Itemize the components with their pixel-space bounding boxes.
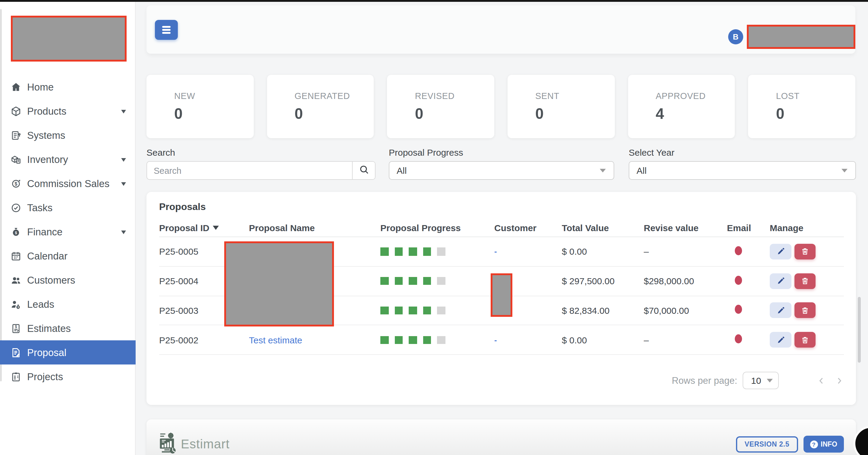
- estimart-logo-icon: [158, 432, 177, 455]
- sidebar-item-label: Leads: [27, 298, 54, 310]
- sidebar-item-home[interactable]: Home: [0, 75, 135, 99]
- chevron-down-icon: [121, 158, 126, 164]
- edit-button[interactable]: [770, 332, 792, 348]
- rows-per-page-select[interactable]: 10: [743, 372, 779, 389]
- projects-icon: [10, 371, 22, 382]
- column-manage: Manage: [770, 222, 844, 233]
- proposals-title: Proposals: [159, 202, 206, 212]
- delete-button[interactable]: [795, 244, 815, 259]
- progress-cell: [380, 248, 494, 256]
- chevron-down-icon: [600, 168, 606, 175]
- sidebar-item-systems[interactable]: Systems: [0, 123, 135, 147]
- customer-redaction-box: [491, 273, 513, 317]
- total-value-cell: $ 0.00: [562, 335, 644, 345]
- brand: Estimart: [158, 432, 230, 455]
- edit-button[interactable]: [770, 273, 792, 289]
- proposal-progress-select[interactable]: All: [389, 161, 614, 180]
- delete-button[interactable]: [795, 273, 815, 289]
- email-cell: [727, 305, 770, 316]
- select-year-label: Select Year: [629, 147, 856, 158]
- select-year-value: All: [637, 165, 647, 176]
- table-row: P25-0002 Test estimate - $ 0.00 –: [159, 325, 844, 355]
- select-year-filter: Select Year All: [629, 147, 856, 180]
- sidebar-item-leads[interactable]: $ Leads: [0, 292, 135, 316]
- rows-per-page-label: Rows per page:: [672, 375, 737, 386]
- column-proposal-id[interactable]: Proposal ID: [159, 222, 249, 233]
- table-header: Proposal ID Proposal Name Proposal Progr…: [159, 219, 844, 237]
- progress-step-empty: [437, 336, 445, 344]
- inventory-icon: [10, 153, 22, 165]
- svg-text:$: $: [15, 230, 17, 235]
- progress-step-empty: [437, 248, 445, 256]
- home-icon: [10, 81, 22, 93]
- sidebar-item-products[interactable]: Products: [0, 99, 135, 123]
- total-value-cell: $ 82,834.00: [562, 305, 644, 316]
- select-year-select[interactable]: All: [629, 161, 856, 180]
- sidebar-item-proposal[interactable]: Proposal: [0, 340, 135, 365]
- proposals-card: Proposals Proposal ID Proposal Name Prop…: [147, 192, 856, 405]
- stat-label: REVISED: [415, 91, 494, 101]
- sidebar-item-commission-sales[interactable]: $ Commission Sales: [0, 171, 135, 196]
- sidebar-item-calendar[interactable]: Calendar: [0, 244, 135, 268]
- delete-button[interactable]: [795, 303, 815, 318]
- progress-step-filled: [395, 306, 403, 314]
- sidebar-item-finance[interactable]: $ Finance: [0, 220, 135, 244]
- sidebar-item-label: Commission Sales: [27, 178, 110, 189]
- chevron-down-icon: [121, 182, 126, 188]
- stat-label: LOST: [776, 91, 855, 101]
- progress-step-filled: [395, 336, 403, 344]
- proposal-name-link[interactable]: Test estimate: [249, 335, 302, 345]
- chevron-down-icon: [841, 168, 847, 175]
- search-icon: [358, 164, 369, 177]
- version-button[interactable]: VERSION 2.5: [736, 436, 798, 452]
- username-redaction-box: [747, 25, 855, 49]
- customer-cell[interactable]: -: [494, 336, 562, 345]
- email-status-dot: [735, 246, 742, 255]
- sidebar-item-label: Calendar: [27, 250, 67, 262]
- revise-value-cell: $70,000.00: [644, 305, 727, 316]
- sidebar-item-label: Tasks: [27, 202, 53, 213]
- search-button[interactable]: [352, 162, 375, 179]
- sidebar-item-estimates[interactable]: $ Estimates: [0, 316, 135, 340]
- proposal-progress-value: All: [397, 165, 407, 176]
- footer-buttons: VERSION 2.5 ? INFO: [736, 436, 844, 453]
- sidebar-item-customers[interactable]: Customers: [0, 268, 135, 292]
- delete-button[interactable]: [795, 332, 815, 348]
- finance-icon: $: [10, 226, 22, 238]
- progress-step-empty: [437, 306, 445, 314]
- status-cards-row: NEW 0 GENERATED 0 REVISED 0 SENT 0 APPRO…: [147, 75, 855, 138]
- customers-icon: [10, 274, 22, 286]
- email-cell: [727, 276, 770, 286]
- sidebar-item-label: Products: [27, 105, 66, 117]
- svg-text:$: $: [14, 181, 17, 186]
- sidebar-item-label: Home: [27, 81, 54, 93]
- sidebar-item-projects[interactable]: Projects: [0, 365, 135, 389]
- page-scrollbar-thumb[interactable]: [858, 297, 861, 363]
- search-input[interactable]: [147, 162, 352, 179]
- progress-step-filled: [423, 306, 431, 314]
- edit-button[interactable]: [770, 244, 792, 259]
- previous-page-button[interactable]: [817, 376, 827, 385]
- sidebar-item-tasks[interactable]: Tasks: [0, 196, 135, 220]
- next-page-button[interactable]: [834, 376, 844, 385]
- commission-sales-icon: $: [10, 177, 22, 190]
- email-status-dot: [735, 276, 742, 285]
- avatar[interactable]: B: [728, 29, 743, 45]
- progress-step-filled: [409, 306, 417, 314]
- column-revise-value: Revise value: [644, 222, 727, 233]
- stat-card-revised: REVISED 0: [387, 75, 494, 138]
- pagination-controls: [817, 376, 844, 385]
- customer-cell[interactable]: -: [494, 247, 562, 256]
- edit-button[interactable]: [770, 303, 792, 318]
- revise-value-cell: –: [644, 247, 727, 257]
- sidebar-item-inventory[interactable]: Inventory: [0, 147, 135, 171]
- sort-desc-icon: [213, 226, 219, 233]
- menu-toggle-button[interactable]: [155, 20, 178, 40]
- stat-card-sent: SENT 0: [507, 75, 615, 138]
- window-top-edge: [0, 0, 868, 2]
- chevron-down-icon: [121, 230, 126, 236]
- info-button[interactable]: ? INFO: [803, 436, 844, 453]
- progress-step-filled: [409, 336, 417, 344]
- progress-step-filled: [380, 248, 389, 256]
- progress-step-filled: [409, 248, 417, 256]
